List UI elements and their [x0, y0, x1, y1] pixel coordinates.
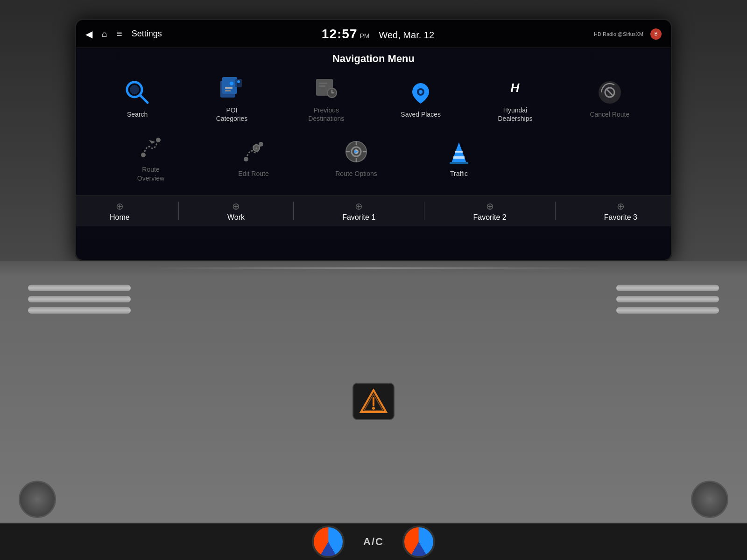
fav-item-fav1[interactable]: ⊕ Favorite 1 — [342, 201, 375, 222]
edit-route-label: Edit Route — [238, 169, 268, 178]
settings-label[interactable]: Settings — [132, 29, 162, 39]
poi-label: POICategories — [216, 106, 248, 123]
fav-item-fav2[interactable]: ⊕ Favorite 2 — [473, 201, 506, 222]
svg-text:H: H — [511, 81, 520, 95]
svg-point-22 — [156, 138, 161, 142]
menu-item-hyundai[interactable]: H HyundaiDealerships — [478, 70, 552, 126]
route-options-label: Route Options — [335, 169, 377, 178]
date-display: Wed, Mar. 12 — [379, 30, 434, 41]
svg-point-37 — [372, 407, 375, 410]
svg-rect-31 — [453, 156, 465, 159]
hazard-triangle-icon — [359, 389, 388, 414]
cancel-route-label: Cancel Route — [590, 110, 629, 119]
prev-dest-label: PreviousDestinations — [308, 106, 344, 123]
svg-rect-6 — [225, 87, 233, 89]
right-knob[interactable] — [691, 481, 728, 518]
top-bar: ◀ ⌂ ≡ Settings 12:57 PM Wed, Mar. 12 HD … — [76, 20, 671, 48]
menu-button[interactable]: ≡ — [117, 28, 122, 39]
fav2-label: Favorite 2 — [473, 213, 506, 222]
work-label: Work — [227, 213, 245, 222]
svg-point-9 — [237, 80, 240, 83]
work-add-icon: ⊕ — [232, 201, 240, 212]
dashboard: ◀ ⌂ ≡ Settings 12:57 PM Wed, Mar. 12 HD … — [0, 0, 747, 560]
svg-point-23 — [244, 157, 248, 161]
fav1-add-icon: ⊕ — [355, 201, 363, 212]
svg-point-5 — [230, 82, 233, 85]
signal-icon: B — [650, 28, 662, 40]
ac-bar: A/C — [0, 523, 747, 560]
hyundai-label: HyundaiDealerships — [498, 106, 533, 123]
hyundai-icon: H — [500, 73, 530, 103]
poi-icon — [217, 73, 247, 103]
cancel-route-icon — [595, 77, 625, 107]
back-button[interactable]: ◀ — [85, 28, 92, 40]
fav-item-work[interactable]: ⊕ Work — [227, 201, 245, 222]
left-vent — [28, 285, 131, 314]
fav1-label: Favorite 1 — [342, 213, 375, 222]
svg-point-15 — [419, 90, 423, 94]
menu-item-search[interactable]: Search — [100, 74, 175, 122]
top-bar-center: 12:57 PM Wed, Mar. 12 — [322, 27, 434, 42]
edit-route-icon: + — [239, 137, 268, 167]
search-icon — [122, 77, 152, 107]
ac-label: A/C — [363, 536, 384, 548]
route-overview-label: RouteOverview — [137, 165, 164, 182]
fav-item-fav3[interactable]: ⊕ Favorite 3 — [604, 201, 637, 222]
dash-top-ridge — [0, 261, 747, 275]
top-bar-left: ◀ ⌂ ≡ Settings — [85, 28, 162, 40]
menu-row-1: Search — [90, 70, 657, 126]
menu-row-2: RouteOverview + — [90, 129, 657, 186]
fav-item-home[interactable]: ⊕ Home — [110, 201, 130, 222]
fav-divider-4 — [555, 202, 556, 220]
fav-divider-2 — [293, 202, 294, 220]
prev-dest-icon — [311, 73, 341, 103]
home-label: Home — [110, 213, 130, 222]
svg-point-2 — [130, 85, 139, 94]
home-add-icon: ⊕ — [116, 201, 124, 212]
svg-rect-12 — [319, 83, 327, 84]
nav-menu-title: Navigation Menu — [90, 53, 657, 65]
traffic-icon — [444, 137, 474, 167]
screen: ◀ ⌂ ≡ Settings 12:57 PM Wed, Mar. 12 HD … — [76, 20, 671, 260]
menu-item-traffic[interactable]: Traffic — [422, 133, 496, 182]
svg-point-21 — [141, 153, 146, 157]
menu-item-edit-route[interactable]: + Edit Route — [216, 133, 291, 182]
home-button[interactable]: ⌂ — [102, 28, 107, 39]
hazard-section — [352, 383, 395, 420]
time-display: 12:57 PM Wed, Mar. 12 — [322, 27, 434, 42]
right-climate-dial[interactable] — [402, 525, 435, 558]
traffic-label: Traffic — [450, 169, 468, 178]
favorites-row: ⊕ Home ⊕ Work ⊕ Favorite 1 ⊕ Favorite 2 — [76, 196, 671, 226]
route-options-icon — [341, 137, 371, 167]
nav-menu-content: Navigation Menu Search — [76, 48, 671, 193]
ac-label-section: A/C — [363, 536, 384, 548]
fav3-label: Favorite 3 — [604, 213, 637, 222]
menu-item-prev-dest[interactable]: PreviousDestinations — [289, 70, 364, 126]
left-climate-dial[interactable] — [312, 525, 345, 558]
screen-bezel: ◀ ⌂ ≡ Settings 12:57 PM Wed, Mar. 12 HD … — [75, 19, 672, 261]
left-knob[interactable] — [19, 481, 56, 518]
top-bar-right: HD Radio @SiriusXM B — [594, 28, 662, 40]
svg-rect-13 — [319, 85, 325, 87]
fav-divider-1 — [178, 202, 179, 220]
saved-places-icon — [406, 77, 436, 107]
clock-ampm: PM — [359, 32, 369, 40]
menu-item-saved-places[interactable]: Saved Places — [383, 74, 458, 122]
menu-item-poi[interactable]: POICategories — [194, 70, 269, 126]
route-overview-icon — [136, 133, 166, 162]
svg-rect-32 — [455, 151, 463, 153]
hazard-button[interactable] — [352, 383, 395, 420]
right-vent — [616, 285, 719, 314]
clock-time: 12:57 — [322, 27, 358, 42]
radio-label: HD Radio @SiriusXM — [594, 31, 643, 37]
svg-line-1 — [140, 95, 148, 103]
menu-item-route-options[interactable]: Route Options — [319, 133, 394, 182]
fav-divider-3 — [424, 202, 424, 220]
fav3-add-icon: ⊕ — [617, 201, 625, 212]
saved-places-label: Saved Places — [401, 110, 441, 119]
menu-item-route-overview[interactable]: RouteOverview — [113, 129, 188, 186]
svg-rect-7 — [225, 90, 231, 91]
menu-item-cancel-route[interactable]: Cancel Route — [572, 74, 647, 122]
dash-mid — [0, 275, 747, 523]
fav2-add-icon: ⊕ — [486, 201, 494, 212]
